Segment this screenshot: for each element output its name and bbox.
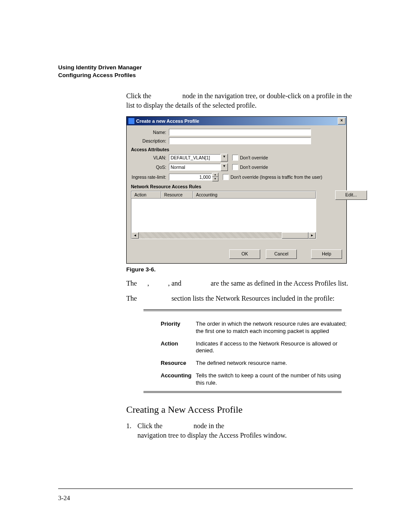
name-label: Name: xyxy=(131,130,169,135)
col-resource[interactable]: Resource xyxy=(161,191,193,198)
scroll-right-icon[interactable]: ► xyxy=(308,232,316,239)
qos-select[interactable] xyxy=(169,164,221,171)
rules-group-label: Network Resource Access Rules xyxy=(131,184,342,189)
rate-override-checkbox[interactable] xyxy=(223,174,229,180)
description-input[interactable] xyxy=(169,137,311,144)
col-accounting[interactable]: Accounting xyxy=(193,191,316,198)
term-resource: Resource xyxy=(161,357,196,370)
intro-paragraph: Click the node in the navigation tree, o… xyxy=(126,91,353,110)
rate-limit-input[interactable] xyxy=(169,174,212,180)
qos-label: QoS: xyxy=(131,165,169,170)
footer-rule xyxy=(58,488,353,489)
term-action: Action xyxy=(161,338,196,358)
paragraph-fields-same: The , , and are the same as defined in t… xyxy=(126,279,353,288)
chevron-down-icon[interactable]: ▼ xyxy=(221,163,228,171)
term-priority: Priority xyxy=(161,318,196,338)
vlan-label: VLAN: xyxy=(131,155,169,160)
close-icon[interactable]: × xyxy=(338,118,346,124)
rate-limit-label: Ingress rate-limit: xyxy=(131,174,169,180)
definitions-table: Priority The order in which the network … xyxy=(143,309,342,393)
table-row: Accounting Tells the switch to keep a co… xyxy=(161,370,355,389)
paragraph-section-lists: The section lists the Network Resources … xyxy=(126,294,353,303)
table-row: Resource The defined network resource na… xyxy=(161,357,355,370)
table-row: Priority The order in which the network … xyxy=(161,318,355,338)
edit-button[interactable]: Edit... xyxy=(335,190,367,200)
ok-button[interactable]: OK xyxy=(229,249,260,259)
access-profile-dialog: Create a new Access Profile × Name: Desc… xyxy=(126,116,347,264)
def-accounting: Tells the switch to keep a count of the … xyxy=(196,370,355,389)
def-resource: The defined network resource name. xyxy=(196,357,355,370)
term-accounting: Accounting xyxy=(161,370,196,389)
description-label: Description: xyxy=(131,138,169,143)
running-header: Using Identity Driven Manager Configurin… xyxy=(58,64,353,79)
header-line-1: Using Identity Driven Manager xyxy=(58,64,353,72)
help-button[interactable]: Help xyxy=(311,249,342,259)
vlan-override-label: Don't override xyxy=(240,155,268,160)
rate-override-label: Don't override (Ingress is traffic from … xyxy=(230,174,322,180)
col-action[interactable]: Action xyxy=(131,191,161,198)
rate-limit-spinner[interactable]: ▲▼ xyxy=(212,173,218,181)
scroll-left-icon[interactable]: ◄ xyxy=(131,232,139,239)
figure-caption: Figure 3-6. xyxy=(126,266,353,273)
table-row: Action Indicates if access to the Networ… xyxy=(161,338,355,358)
dialog-titlebar: Create a new Access Profile × xyxy=(127,117,346,125)
def-action: Indicates if access to the Network Resou… xyxy=(196,338,355,358)
chevron-down-icon[interactable]: ▼ xyxy=(221,154,228,162)
section-heading: Creating a New Access Profile xyxy=(126,404,353,415)
dialog-title: Create a new Access Profile xyxy=(136,118,338,124)
header-line-2: Configuring Access Profiles xyxy=(58,72,353,79)
rules-header: Action Resource Accounting xyxy=(131,191,316,199)
qos-override-checkbox[interactable] xyxy=(232,164,238,170)
app-icon xyxy=(128,118,134,124)
def-priority: The order in which the network resource … xyxy=(196,318,355,338)
list-item: 1.Click the node in the navigation tree … xyxy=(126,421,353,440)
page-number: 3-24 xyxy=(58,495,70,502)
ordered-list: 1.Click the node in the navigation tree … xyxy=(126,421,353,440)
vlan-override-checkbox[interactable] xyxy=(232,155,238,161)
name-input[interactable] xyxy=(169,129,311,136)
access-attributes-group: Access Attributes xyxy=(131,147,342,152)
vlan-select[interactable] xyxy=(169,154,221,161)
horizontal-scrollbar[interactable]: ◄ ► xyxy=(131,232,316,239)
rules-list[interactable]: Action Resource Accounting ◄ ► xyxy=(131,191,316,239)
cancel-button[interactable]: Cancel xyxy=(266,249,297,259)
qos-override-label: Don't override xyxy=(240,165,268,170)
